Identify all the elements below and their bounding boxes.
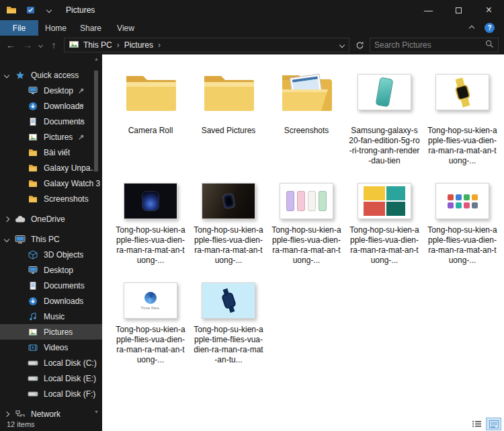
address-bar[interactable]: This PC › Pictures › bbox=[64, 38, 349, 52]
music-icon bbox=[27, 311, 38, 321]
file-item[interactable]: Tong-hop-su-kien-apple-flies-vua-dien-ra… bbox=[112, 180, 190, 266]
thumbnails-view-button[interactable] bbox=[486, 418, 501, 430]
breadcrumb-separator[interactable]: › bbox=[158, 40, 161, 50]
sidebar-item-music[interactable]: Music bbox=[0, 309, 102, 324]
scroll-down-arrow[interactable]: ▼ bbox=[94, 409, 99, 416]
sidebar-item-label: Local Disk (E:) bbox=[44, 374, 96, 383]
folder-icon bbox=[27, 178, 38, 188]
search-icon[interactable] bbox=[485, 39, 494, 51]
sidebar-item-onedrive[interactable]: OneDrive bbox=[0, 211, 102, 227]
file-item[interactable]: Tong-hop-su-kien-apple-flies-vua-dien-ra… bbox=[423, 180, 501, 266]
folder-icon bbox=[27, 194, 38, 204]
chevron-down-icon[interactable] bbox=[4, 236, 9, 241]
file-item[interactable]: Time flies.Tong-hop-su-kien-apple-flies-… bbox=[112, 279, 190, 365]
sidebar-item-this-pc[interactable]: This PC bbox=[0, 231, 102, 247]
details-view-button[interactable] bbox=[469, 418, 485, 430]
ribbon-tab-bar: File Home Share View ? bbox=[0, 20, 504, 36]
sidebar-item-downloads[interactable]: Downloads bbox=[0, 98, 102, 114]
file-item[interactable]: Camera Roll bbox=[112, 61, 190, 166]
scroll-up-arrow[interactable]: ▲ bbox=[94, 56, 99, 63]
star-icon bbox=[14, 70, 26, 80]
sidebar-item-local-disk-c[interactable]: Local Disk (C:) bbox=[0, 355, 102, 370]
desktop-icon bbox=[27, 265, 38, 275]
quick-access-toolbar-chevron-icon[interactable] bbox=[42, 8, 56, 12]
file-label: Tong-hop-su-kien-apple-flies-vua-dien-ra… bbox=[349, 225, 420, 266]
quick-access-toolbar-icon[interactable] bbox=[23, 6, 38, 14]
file-item[interactable]: Tong-hop-su-kien-apple-flies-vua-dien-ra… bbox=[423, 61, 501, 166]
sidebar-scrollbar[interactable]: ▲ ▼ bbox=[93, 56, 100, 416]
sidebar-item-documents[interactable]: Documents bbox=[0, 278, 102, 293]
minimize-button[interactable]: — bbox=[413, 0, 444, 20]
sidebar-item-videos[interactable]: Videos bbox=[0, 340, 102, 355]
tab-file[interactable]: File bbox=[0, 20, 38, 36]
breadcrumb-pictures[interactable]: Pictures bbox=[124, 40, 153, 50]
sidebar-item-label: Screenshots bbox=[44, 194, 89, 204]
sidebar-item-b-i-vi-t[interactable]: Bài viết bbox=[0, 145, 102, 160]
file-label: Tong-hop-su-kien-apple-flies-vua-dien-ra… bbox=[427, 225, 498, 266]
tab-home[interactable]: Home bbox=[38, 20, 73, 36]
videos-icon bbox=[27, 342, 38, 352]
file-item[interactable]: Screenshots bbox=[267, 61, 345, 166]
search-input[interactable] bbox=[374, 40, 485, 50]
disk-icon bbox=[27, 389, 38, 399]
sidebar-item-documents[interactable]: Documents bbox=[0, 114, 102, 129]
file-item[interactable]: Tong-hop-su-kien-apple-flies-vua-dien-ra… bbox=[345, 180, 423, 266]
search-box bbox=[370, 38, 499, 52]
desktop-icon bbox=[27, 85, 38, 95]
file-list-area: Camera RollSaved PicturesScreenshotsSams… bbox=[102, 54, 504, 417]
sidebar-item-galaxy-unpacked[interactable]: Galaxy Unpacked bbox=[0, 160, 102, 175]
expand-ribbon-icon[interactable] bbox=[469, 25, 474, 30]
icon-grid-thumbnail-icon bbox=[435, 180, 489, 223]
sidebar-item-network[interactable]: Network bbox=[0, 406, 102, 417]
sidebar-item-screenshots[interactable]: Screenshots bbox=[0, 191, 102, 206]
file-item[interactable]: Tong-hop-su-kien-apple-flies-vua-dien-ra… bbox=[190, 180, 267, 266]
chevron-down-icon[interactable] bbox=[4, 72, 9, 77]
file-item[interactable]: Tong-hop-su-kien-apple-time-flies-vua-di… bbox=[190, 279, 267, 365]
sidebar-item-label: Desktop bbox=[44, 86, 73, 95]
maximize-icon bbox=[456, 7, 462, 13]
pin-icon bbox=[78, 133, 85, 143]
file-item[interactable]: Tong-hop-su-kien-apple-flies-vua-dien-ra… bbox=[267, 180, 345, 266]
item-count: 12 items bbox=[0, 417, 102, 431]
maximize-button[interactable] bbox=[444, 0, 474, 20]
sidebar-item-downloads[interactable]: Downloads bbox=[0, 293, 102, 309]
sidebar-item-desktop[interactable]: Desktop bbox=[0, 262, 102, 278]
forward-button[interactable]: → bbox=[21, 38, 34, 52]
file-label: Tong-hop-su-kien-apple-flies-vua-dien-ra… bbox=[271, 225, 342, 266]
chevron-right-icon[interactable] bbox=[4, 216, 9, 221]
file-item[interactable]: Saved Pictures bbox=[190, 61, 267, 166]
scrollbar-thumb[interactable] bbox=[94, 71, 98, 171]
address-dropdown-icon[interactable] bbox=[339, 42, 345, 48]
tab-view[interactable]: View bbox=[108, 20, 143, 36]
sidebar-item-label: Quick access bbox=[31, 71, 79, 80]
breadcrumb-separator[interactable]: › bbox=[117, 40, 120, 50]
breadcrumb-this-pc[interactable]: This PC bbox=[83, 40, 112, 50]
sidebar-item-desktop[interactable]: Desktop bbox=[0, 83, 102, 98]
sidebar-item-label: Network bbox=[31, 409, 60, 418]
help-button[interactable]: ? bbox=[485, 23, 495, 33]
up-button[interactable]: ↑ bbox=[47, 38, 60, 52]
navigation-bar: ← → ↑ This PC › Pictures › bbox=[0, 36, 504, 54]
back-button[interactable]: ← bbox=[4, 38, 17, 52]
tab-share[interactable]: Share bbox=[73, 20, 108, 36]
sidebar-item-3d-objects[interactable]: 3D Objects bbox=[0, 247, 102, 262]
sidebar-item-local-disk-f[interactable]: Local Disk (F:) bbox=[0, 386, 102, 401]
file-label: Tong-hop-su-kien-apple-flies-vua-dien-ra… bbox=[193, 225, 264, 266]
sidebar-item-pictures[interactable]: Pictures bbox=[0, 324, 102, 340]
close-button[interactable]: × bbox=[474, 0, 504, 20]
recent-locations-icon[interactable] bbox=[38, 42, 43, 47]
chevron-right-icon[interactable] bbox=[4, 411, 9, 416]
folder-icon bbox=[125, 61, 176, 123]
sidebar-item-quick-access[interactable]: Quick access bbox=[0, 67, 102, 83]
folder-icon bbox=[27, 163, 38, 173]
sidebar-item-label: 3D Objects bbox=[44, 250, 83, 260]
refresh-icon[interactable] bbox=[353, 41, 366, 50]
sidebar-item-galaxy-watch-3[interactable]: Galaxy Watch 3 bbox=[0, 175, 102, 191]
sidebar-item-local-disk-e[interactable]: Local Disk (E:) bbox=[0, 370, 102, 386]
documents-icon bbox=[27, 280, 38, 290]
file-item[interactable]: Samsung-galaxy-s20-fan-edition-5g-ro-ri-… bbox=[345, 61, 423, 166]
explorer-icon bbox=[4, 5, 19, 15]
sidebar-item-label: OneDrive bbox=[31, 214, 65, 224]
file-label: Tong-hop-su-kien-apple-flies-vua-dien-ra… bbox=[115, 325, 186, 365]
sidebar-item-pictures[interactable]: Pictures bbox=[0, 129, 102, 145]
